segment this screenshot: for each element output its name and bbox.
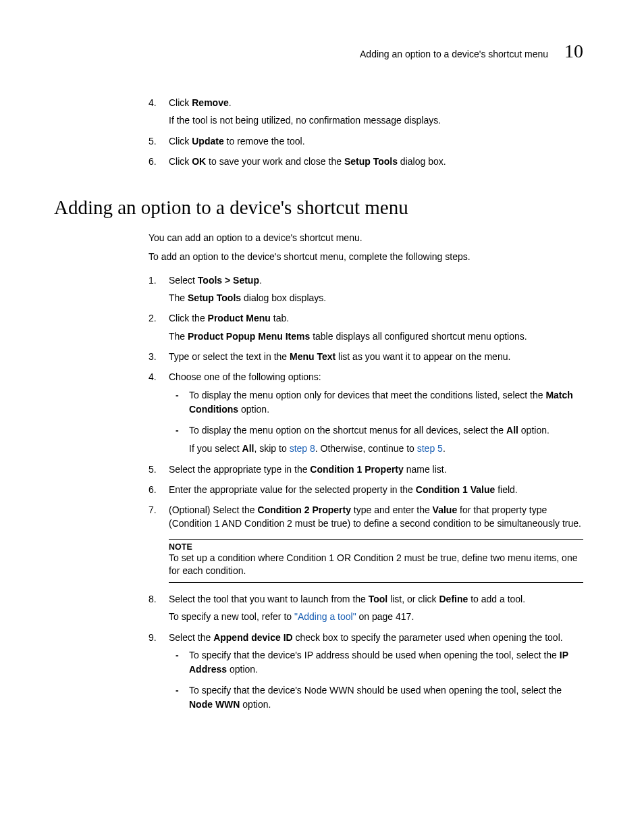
bold: Node WWN	[189, 699, 240, 710]
text: The	[169, 292, 188, 303]
step-number: 6.	[149, 483, 157, 496]
step-8: 8. Select the tool that you want to laun…	[149, 592, 583, 624]
text: name list.	[404, 464, 447, 475]
step-number: 9.	[149, 631, 157, 644]
step-number: 5.	[149, 463, 157, 476]
step-4-prior: 4. Click Remove. If the tool is not bein…	[149, 96, 583, 128]
text: check box to specify the parameter used …	[293, 632, 563, 643]
sub-text: The Product Popup Menu Items table displ…	[169, 330, 583, 343]
bold: Setup Tools	[344, 156, 398, 167]
text: table displays all configured shortcut m…	[310, 331, 527, 342]
text: to add a tool.	[468, 594, 525, 604]
text: The	[169, 331, 188, 342]
text: Type or select the text in the	[169, 351, 290, 362]
text: Select	[169, 275, 198, 286]
bold: Condition 1 Value	[416, 484, 495, 495]
step-5-link[interactable]: step 5	[417, 443, 443, 454]
text: type and enter the	[351, 504, 433, 515]
step-number: 3.	[149, 350, 157, 363]
sub-text: If you select All, skip to step 8. Other…	[189, 442, 583, 456]
bold: Tools > Setup	[198, 275, 259, 286]
bold: Condition 2 Property	[258, 504, 351, 515]
note-label: NOTE	[169, 542, 583, 552]
text: dialog box.	[398, 156, 446, 167]
text: To display the menu option on the shortc…	[189, 425, 506, 436]
step-number: 6.	[149, 155, 157, 168]
bold: Value	[433, 504, 458, 515]
page-header: Adding an option to a device's shortcut …	[54, 41, 583, 62]
text: to save your work and close the	[206, 156, 344, 167]
bold: Append device ID	[213, 632, 292, 643]
step-number: 8.	[149, 592, 157, 606]
adding-a-tool-link[interactable]: "Adding a tool"	[294, 611, 356, 622]
text: .	[229, 97, 232, 108]
text: Choose one of the following options:	[169, 371, 321, 382]
step-9: 9. Select the Append device ID check box…	[149, 631, 583, 712]
bold: Remove	[192, 97, 228, 108]
step-2: 2. Click the Product Menu tab. The Produ…	[149, 311, 583, 343]
step-6-prior: 6. Click OK to save your work and close …	[149, 155, 583, 168]
text: Click	[169, 136, 192, 147]
dash-list: To display the menu option only for devi…	[169, 388, 583, 456]
text: (Optional) Select the	[169, 504, 258, 515]
text: Select the tool that you want to launch …	[169, 594, 369, 604]
text: Select the appropriate type in the	[169, 464, 310, 475]
step-number: 5.	[149, 134, 157, 148]
text: . Otherwise, continue to	[315, 443, 417, 454]
step-4: 4. Choose one of the following options: …	[149, 370, 583, 455]
dash-item: To display the menu option only for devi…	[169, 388, 583, 417]
text: option.	[238, 404, 269, 415]
text: list, or click	[387, 594, 439, 604]
bold: Setup Tools	[188, 292, 241, 303]
text: tab.	[271, 313, 289, 323]
text: To specify a new tool, refer to	[169, 611, 294, 622]
text: Click	[169, 156, 192, 167]
dash-item: To display the menu option on the shortc…	[169, 423, 583, 456]
step-6: 6. Enter the appropriate value for the s…	[149, 483, 583, 496]
sub-text: To specify a new tool, refer to "Adding …	[169, 610, 583, 623]
bold: All	[506, 425, 518, 436]
main-steps-list: 1. Select Tools > Setup. The Setup Tools…	[149, 273, 583, 531]
bold: Product Menu	[208, 313, 271, 323]
bold: All	[242, 443, 254, 454]
step-number: 7.	[149, 503, 157, 517]
text: To specify that the device's IP address …	[189, 650, 560, 660]
step-8-link[interactable]: step 8	[290, 443, 315, 454]
chapter-number: 10	[564, 41, 583, 62]
text: .	[259, 275, 262, 286]
text: Click	[169, 97, 192, 108]
text: dialog box displays.	[241, 292, 326, 303]
text: Enter the appropriate value for the sele…	[169, 484, 416, 495]
text: To display the menu option only for devi…	[189, 390, 545, 400]
bold: Define	[439, 594, 468, 604]
bold: Update	[192, 136, 223, 147]
step-number: 2.	[149, 311, 157, 325]
text: list as you want it to appear on the men…	[336, 351, 510, 362]
text: If you select	[189, 443, 242, 454]
dash-item: To specify that the device's IP address …	[169, 648, 583, 677]
prior-steps-list: 4. Click Remove. If the tool is not bein…	[149, 96, 583, 168]
text: to remove the tool.	[224, 136, 305, 147]
sub-text: If the tool is not being utilized, no co…	[169, 113, 583, 127]
dash-list: To specify that the device's IP address …	[169, 648, 583, 712]
note-box: NOTE To set up a condition where Conditi…	[169, 539, 583, 583]
bold: Tool	[369, 594, 388, 604]
text: option.	[518, 425, 549, 436]
page: Adding an option to a device's shortcut …	[0, 0, 644, 834]
intro-paragraph-1: You can add an option to a device's shor…	[149, 231, 583, 244]
text: To specify that the device's Node WWN sh…	[189, 685, 562, 696]
text: Click the	[169, 313, 208, 323]
text: field.	[495, 484, 517, 495]
step-number: 4.	[149, 96, 157, 109]
step-3: 3. Type or select the text in the Menu T…	[149, 350, 583, 363]
section-heading: Adding an option to a device's shortcut …	[54, 197, 583, 219]
bold: OK	[192, 156, 206, 167]
dash-item: To specify that the device's Node WWN sh…	[169, 683, 583, 712]
bold: Condition 1 Property	[310, 464, 403, 475]
header-title: Adding an option to a device's shortcut …	[360, 49, 548, 59]
text: on page 417.	[356, 611, 414, 622]
text: option.	[240, 699, 271, 710]
step-5: 5. Select the appropriate type in the Co…	[149, 463, 583, 476]
text: , skip to	[254, 443, 289, 454]
step-1: 1. Select Tools > Setup. The Setup Tools…	[149, 273, 583, 305]
